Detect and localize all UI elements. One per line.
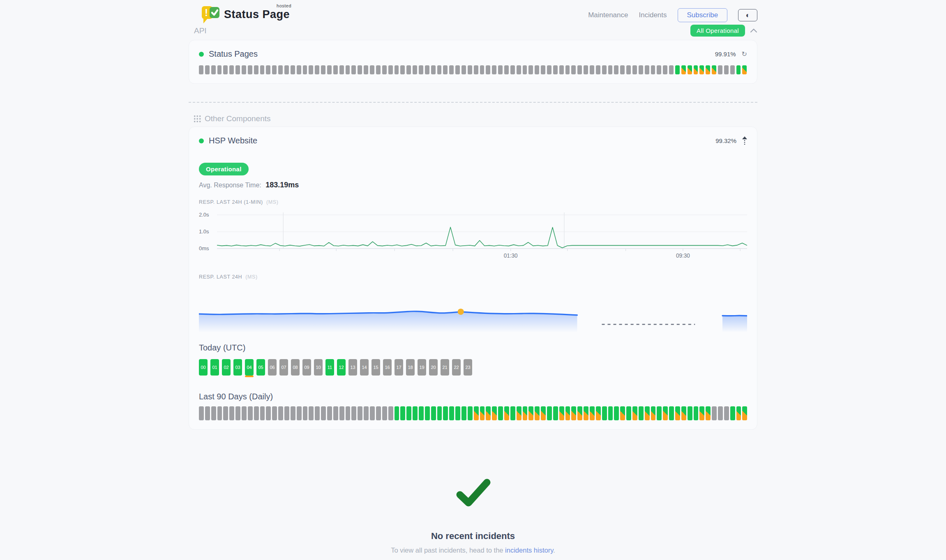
day-block-green[interactable] [425, 406, 430, 420]
uptime-block-gray[interactable] [730, 65, 735, 74]
day-block-mixed[interactable] [620, 406, 625, 420]
uptime-block-mixed[interactable] [706, 65, 710, 74]
day-block-gray[interactable] [223, 406, 228, 420]
day-block-green[interactable] [468, 406, 473, 420]
uptime-block-gray[interactable] [339, 65, 344, 74]
day-block-green[interactable] [443, 406, 448, 420]
uptime-block-gray[interactable] [254, 65, 258, 74]
uptime-block-gray[interactable] [528, 65, 533, 74]
day-block-green[interactable] [669, 406, 674, 420]
day-block-gray[interactable] [712, 406, 717, 420]
uptime-block-mixed[interactable] [681, 65, 686, 74]
day-block-green[interactable] [413, 406, 418, 420]
uptime-block-gray[interactable] [291, 65, 295, 74]
day-block-green[interactable] [419, 406, 424, 420]
day-block-green[interactable] [498, 406, 503, 420]
uptime-block-gray[interactable] [223, 65, 228, 74]
uptime-block-gray[interactable] [547, 65, 551, 74]
uptime-block-gray[interactable] [602, 65, 607, 74]
uptime-block-gray[interactable] [626, 65, 631, 74]
day-block-gray[interactable] [235, 406, 240, 420]
day-block-gray[interactable] [284, 406, 289, 420]
uptime-block-gray[interactable] [229, 65, 234, 74]
uptime-block-gray[interactable] [260, 65, 265, 74]
uptime-block-gray[interactable] [504, 65, 509, 74]
uptime-block-gray[interactable] [577, 65, 582, 74]
uptime-block-gray[interactable] [517, 65, 521, 74]
day-block-gray[interactable] [291, 406, 295, 420]
chart-marker-dot[interactable] [458, 309, 464, 315]
uptime-block-gray[interactable] [321, 65, 325, 74]
nav-maintenance[interactable]: Maintenance [588, 11, 628, 19]
uptime-block-gray[interactable] [333, 65, 338, 74]
day-block-green[interactable] [437, 406, 442, 420]
uptime-block-gray[interactable] [571, 65, 576, 74]
uptime-block-green[interactable] [736, 65, 741, 74]
day-block-mixed[interactable] [517, 406, 521, 420]
day-block-mixed[interactable] [681, 406, 686, 420]
day-block-mixed[interactable] [541, 406, 546, 420]
uptime-block-mixed[interactable] [694, 65, 698, 74]
day-block-mixed[interactable] [535, 406, 540, 420]
day-block-gray[interactable] [364, 406, 369, 420]
uptime-block-gray[interactable] [724, 65, 729, 74]
day-block-green[interactable] [639, 406, 644, 420]
hour-block-15[interactable]: 15 [371, 359, 380, 376]
day-block-gray[interactable] [248, 406, 253, 420]
uptime-block-gray[interactable] [242, 65, 246, 74]
uptime-block-gray[interactable] [199, 65, 203, 74]
hour-block-19[interactable]: 19 [418, 359, 426, 376]
uptime-block-gray[interactable] [327, 65, 332, 74]
uptime-block-gray[interactable] [455, 65, 460, 74]
day-block-green[interactable] [694, 406, 699, 420]
uptime-block-gray[interactable] [315, 65, 319, 74]
day-block-green[interactable] [688, 406, 692, 420]
day-block-gray[interactable] [229, 406, 234, 420]
day-block-green[interactable] [455, 406, 460, 420]
uptime-block-gray[interactable] [413, 65, 417, 74]
day-block-mixed[interactable] [736, 406, 741, 420]
chevron-up-icon[interactable] [750, 28, 757, 33]
uptime-block-mixed[interactable] [742, 65, 747, 74]
uptime-block-gray[interactable] [400, 65, 405, 74]
uptime-block-gray[interactable] [651, 65, 655, 74]
uptime-block-gray[interactable] [395, 65, 399, 74]
uptime-block-gray[interactable] [309, 65, 313, 74]
day-block-mixed[interactable] [645, 406, 650, 420]
day-block-mixed[interactable] [577, 406, 582, 420]
uptime-block-gray[interactable] [217, 65, 222, 74]
day-block-gray[interactable] [266, 406, 271, 420]
day-block-gray[interactable] [376, 406, 381, 420]
uptime-block-gray[interactable] [474, 65, 478, 74]
uptime-block-gray[interactable] [297, 65, 301, 74]
hour-block-17[interactable]: 17 [395, 359, 403, 376]
uptime-block-gray[interactable] [632, 65, 637, 74]
uptime-block-gray[interactable] [382, 65, 387, 74]
hour-block-05[interactable]: 05 [256, 359, 265, 376]
uptime-block-gray[interactable] [718, 65, 722, 74]
uptime-block-gray[interactable] [346, 65, 350, 74]
day-block-gray[interactable] [388, 406, 393, 420]
day-block-gray[interactable] [278, 406, 283, 420]
day-block-mixed[interactable] [523, 406, 528, 420]
uptime-block-gray[interactable] [376, 65, 381, 74]
day-block-gray[interactable] [358, 406, 362, 420]
uptime-block-gray[interactable] [358, 65, 362, 74]
hour-block-06[interactable]: 06 [268, 359, 277, 376]
hour-block-03[interactable]: 03 [233, 359, 242, 376]
nav-incidents[interactable]: Incidents [639, 11, 667, 19]
hour-block-14[interactable]: 14 [360, 359, 369, 376]
logo[interactable]: ! Status Page hosted [200, 5, 290, 24]
hour-block-11[interactable]: 11 [325, 359, 334, 376]
day-block-gray[interactable] [205, 406, 210, 420]
uptime-block-gray[interactable] [657, 65, 661, 74]
day-block-gray[interactable] [339, 406, 344, 420]
uptime-block-gray[interactable] [669, 65, 674, 74]
day-block-mixed[interactable] [651, 406, 656, 420]
uptime-block-gray[interactable] [248, 65, 252, 74]
day-block-green[interactable] [510, 406, 515, 420]
hour-block-08[interactable]: 08 [291, 359, 300, 376]
hour-block-21[interactable]: 21 [441, 359, 449, 376]
uptime-block-gray[interactable] [559, 65, 564, 74]
hour-block-12[interactable]: 12 [337, 359, 346, 376]
